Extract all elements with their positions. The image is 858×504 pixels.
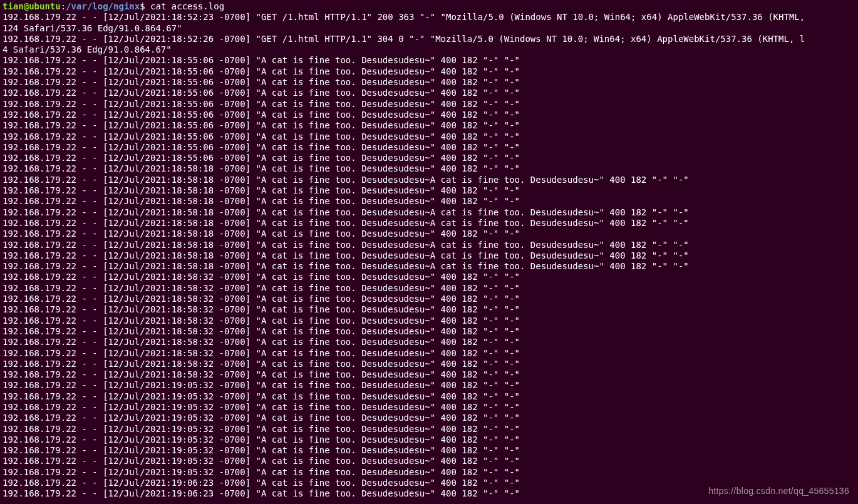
watermark-text: https://blog.csdn.net/qq_45655136 bbox=[708, 486, 849, 496]
log-output: 192.168.179.22 - - [12/Jul/2021:18:52:23… bbox=[3, 12, 855, 499]
prompt-path: /var/log/nginx bbox=[66, 1, 140, 11]
prompt-at: @ bbox=[24, 1, 29, 11]
prompt-user: tian bbox=[3, 1, 24, 11]
prompt-colon: : bbox=[61, 1, 66, 11]
prompt-dollar: $ bbox=[140, 1, 145, 11]
terminal-output[interactable]: tian@ubuntu:/var/log/nginx$ cat access.l… bbox=[0, 0, 858, 501]
prompt-line: tian@ubuntu:/var/log/nginx$ cat access.l… bbox=[3, 1, 224, 11]
command-text: cat access.log bbox=[145, 1, 224, 11]
prompt-host: ubuntu bbox=[29, 1, 61, 11]
